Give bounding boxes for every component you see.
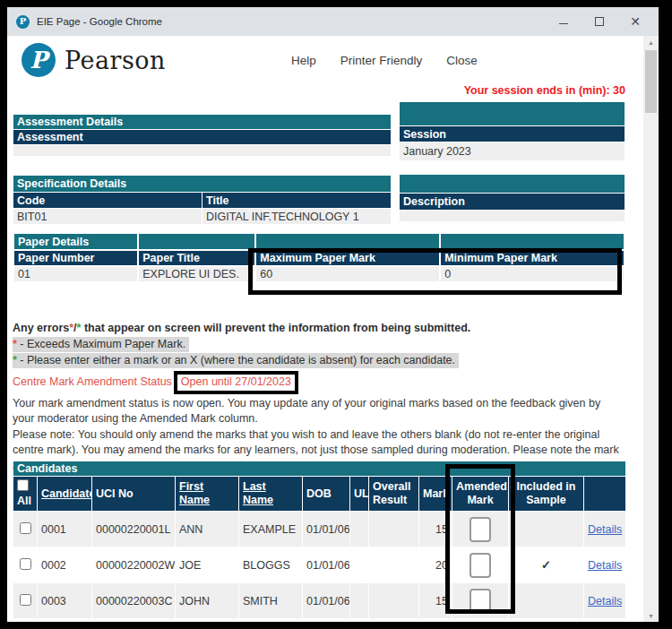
assessment-details-table: Assessment Details Assessment [13,114,392,157]
specification-details-title: Specification Details [13,176,391,192]
paper-number-value: 01 [14,267,137,281]
candidate-number-cell: 0002 [38,547,91,582]
maximize-icon[interactable] [582,7,617,36]
overall-result-cell [369,512,418,547]
column-header-details [584,477,625,511]
code-value: BIT01 [13,209,202,224]
description-table-spacer [400,175,625,193]
page-nav: Help Printer Friendly Close [291,54,478,67]
mark-cell: 15 [419,583,452,618]
printer-friendly-link[interactable]: Printer Friendly [340,54,423,67]
scroll-down-icon[interactable]: ▼ [643,609,659,622]
browser-window: P EIE Page - Google Chrome ✕ P Pearson H… [7,7,659,622]
details-cell: Details [584,583,625,618]
dob-cell: 01/01/06 [303,583,349,618]
first-name-cell: ANN [176,512,238,547]
last-name-cell: SMITH [239,583,302,618]
maximum-paper-mark-value: 60 [256,267,439,281]
amendment-status-value: Open until 27/01/2023 [174,371,298,394]
errors-intro: Any errors*/* that appear on screen will… [13,321,470,336]
title-label: Title [202,193,391,208]
details-link[interactable]: Details [588,523,622,536]
column-header-candidate[interactable]: Candidate [38,477,91,511]
assessment-details-title: Assessment Details [13,115,391,129]
row-select-cell [13,583,37,618]
specification-details-table: Specification Details Code Title BIT01 D… [13,175,392,225]
uci-no-cell: 00000220001L [92,512,175,547]
candidate-number-cell: 0003 [38,583,91,618]
mark-cell: 15 [419,512,452,547]
row-checkbox[interactable] [20,522,31,534]
session-timeout-notice: Your session ends in (min): 30 [464,84,625,97]
code-label: Code [13,193,202,208]
first-name-cell: JOHN [176,583,238,618]
uln-cell [350,547,368,582]
help-link[interactable]: Help [291,54,316,67]
scrollbar-thumb[interactable] [645,50,657,113]
column-header-dob: DOB [303,477,349,511]
amended-mark-input[interactable] [470,553,491,578]
column-header-uci-no: UCI No [92,477,175,511]
amendment-status-line: Centre Mark Amendment StatusOpen until 2… [13,371,620,394]
column-header-first-name[interactable]: First Name [176,477,238,511]
assessment-label: Assessment [13,130,391,144]
brand-name: Pearson [65,47,166,74]
column-header-overall-result: Overall Result [369,477,418,511]
table-row: 0003 00000220003C JOHN SMITH 01/01/06 15… [13,583,625,618]
window-controls: ✕ [546,7,653,36]
overall-result-cell [369,583,418,618]
uci-no-cell: 00000220002W [92,547,175,582]
column-header-included-in-sample: Included in Sample [509,477,583,511]
details-cell: Details [584,547,625,582]
title-value: DIGITAL INF.TECHNOLOGY 1 [202,209,391,224]
close-link[interactable]: Close [446,54,478,67]
close-icon[interactable]: ✕ [617,7,653,36]
mark-cell: 20 [419,547,452,582]
row-checkbox[interactable] [20,594,31,606]
included-in-sample-cell: ✓ [509,547,583,582]
paper-details-table: Paper Details Paper Number Paper Title M… [13,232,625,283]
scroll-up-icon[interactable]: ▲ [643,36,659,48]
paper-title-label: Paper Title [139,251,254,265]
paper-details-title: Paper Details [14,234,137,249]
column-header-last-name[interactable]: Last Name [239,477,302,511]
paper-number-label: Paper Number [14,251,137,265]
pearson-logo-icon: P [22,43,56,77]
scrollbar[interactable]: ▲ ▼ [643,36,659,622]
description-label: Description [400,194,625,210]
maximum-paper-mark-label: Maximum Paper Mark [256,251,439,265]
amended-mark-input[interactable] [470,589,491,614]
candidates-table: Candidates All Candidate UCI No First Na… [13,461,626,619]
errors-notice: Any errors*/* that appear on screen will… [13,321,470,368]
table-row: 0001 00000220001L ANN EXAMPLE 01/01/06 1… [13,512,625,547]
last-name-cell: BLOGGS [239,547,302,582]
row-select-cell [13,547,37,582]
amendment-status-label: Centre Mark Amendment Status [13,375,172,388]
candidates-rows: 0001 00000220001L ANN EXAMPLE 01/01/06 1… [13,512,625,618]
column-header-amended-mark: Amended Mark [452,477,508,511]
amended-mark-input[interactable] [470,517,491,542]
paper-title-value: EXPLORE UI DES. [139,267,254,281]
table-row: 0002 00000220002W JOE BLOGGS 01/01/06 20… [13,547,625,582]
session-value: January 2023 [400,142,625,160]
details-link[interactable]: Details [588,595,622,607]
included-in-sample-cell [509,583,583,618]
assessment-value [13,145,391,156]
candidate-number-cell: 0001 [38,512,91,547]
uln-cell [350,583,368,618]
included-in-sample-cell [509,512,583,547]
overall-result-cell [369,547,418,582]
details-cell: Details [584,512,625,547]
error-item-max-mark: * - Exceeds Maximum Paper Mark. [13,336,470,352]
minimize-icon[interactable] [546,7,582,36]
amended-mark-cell [452,583,508,618]
description-value [400,211,625,221]
details-link[interactable]: Details [588,559,622,572]
uci-no-cell: 00000220003C [92,583,175,618]
pearson-favicon-icon: P [16,15,30,29]
last-name-cell: EXAMPLE [239,512,302,547]
row-checkbox[interactable] [20,558,31,570]
dob-cell: 01/01/06 [303,547,349,582]
amended-mark-cell [452,512,508,547]
select-all-checkbox[interactable] [17,479,29,491]
